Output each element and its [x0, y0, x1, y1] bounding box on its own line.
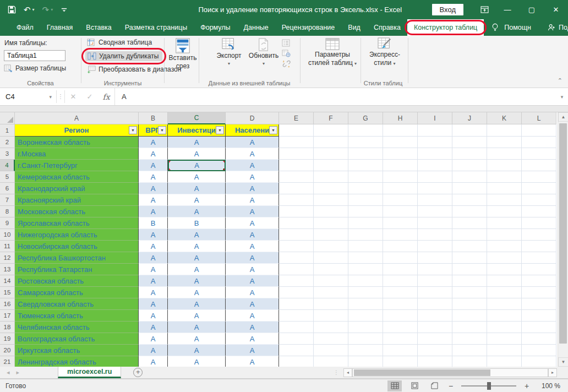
empty-cell[interactable]	[418, 206, 452, 217]
empty-cell[interactable]	[487, 229, 522, 241]
expand-formula-bar-icon[interactable]: ▾	[556, 88, 568, 105]
value-cell[interactable]: А	[226, 252, 279, 264]
value-cell[interactable]: А	[168, 333, 226, 345]
value-cell[interactable]: А	[139, 322, 168, 333]
scroll-left-icon[interactable]: ◂	[343, 368, 352, 377]
empty-cell[interactable]	[314, 160, 348, 171]
column-header-G[interactable]: G	[348, 112, 383, 124]
resize-table-button[interactable]: Размер таблицы	[4, 64, 66, 72]
empty-cell[interactable]	[314, 229, 348, 241]
empty-cell[interactable]	[418, 229, 452, 241]
column-header-F[interactable]: F	[314, 112, 348, 124]
value-cell[interactable]: А	[168, 310, 226, 322]
empty-cell[interactable]	[487, 310, 522, 322]
share-button[interactable]: Поделиться	[548, 24, 568, 31]
empty-cell[interactable]	[487, 137, 522, 148]
next-sheet-icon[interactable]: ▸	[17, 369, 20, 376]
row-number-7[interactable]: 7	[0, 194, 15, 206]
empty-cell[interactable]	[522, 194, 556, 206]
table-header-cell[interactable]: Регион▼	[15, 124, 139, 137]
quick-styles-button[interactable]: Экспресс- стили ▾	[364, 37, 405, 67]
empty-cell[interactable]	[452, 322, 487, 333]
region-cell[interactable]: Челябинская область	[15, 322, 139, 333]
empty-cell[interactable]	[418, 194, 452, 206]
value-cell[interactable]: В	[139, 217, 168, 229]
empty-cell[interactable]	[383, 345, 418, 356]
empty-cell[interactable]	[279, 124, 314, 137]
row-number-9[interactable]: 9	[0, 217, 15, 229]
value-cell[interactable]: А	[226, 322, 279, 333]
empty-cell[interactable]	[452, 183, 487, 194]
table-header-cell[interactable]: Инвестици▼	[168, 124, 226, 137]
filter-button[interactable]: ▼	[158, 126, 166, 134]
empty-cell[interactable]	[522, 333, 556, 345]
empty-cell[interactable]	[487, 183, 522, 194]
empty-cell[interactable]	[279, 252, 314, 264]
empty-cell[interactable]	[522, 183, 556, 194]
empty-cell[interactable]	[487, 206, 522, 217]
value-cell[interactable]: А	[168, 241, 226, 252]
empty-cell[interactable]	[487, 298, 522, 310]
page-layout-view-icon[interactable]	[407, 380, 422, 391]
redo-button[interactable]: ↷▾	[42, 6, 53, 14]
empty-cell[interactable]	[383, 206, 418, 217]
empty-cell[interactable]	[279, 183, 314, 194]
customize-quick-access-icon[interactable]	[61, 6, 68, 13]
empty-cell[interactable]	[522, 124, 556, 137]
empty-cell[interactable]	[314, 252, 348, 264]
row-number-13[interactable]: 13	[0, 264, 15, 275]
value-cell[interactable]: А	[139, 252, 168, 264]
sheet-tab-microexcel[interactable]: microexcel.ru	[58, 367, 121, 378]
empty-cell[interactable]	[314, 137, 348, 148]
value-cell[interactable]: А	[168, 287, 226, 298]
ribbon-tab-7[interactable]: Вид	[341, 19, 367, 36]
empty-cell[interactable]	[383, 310, 418, 322]
value-cell[interactable]: А	[226, 229, 279, 241]
empty-cell[interactable]	[383, 148, 418, 160]
table-header-cell[interactable]: ВРП▼	[139, 124, 168, 137]
value-cell[interactable]: А	[226, 160, 279, 171]
close-button[interactable]: ✕	[544, 0, 568, 19]
region-cell[interactable]: Тюменская область	[15, 310, 139, 322]
row-number-21[interactable]: 21	[0, 356, 15, 367]
value-cell[interactable]: А	[226, 287, 279, 298]
empty-cell[interactable]	[279, 333, 314, 345]
empty-cell[interactable]	[348, 322, 383, 333]
region-cell[interactable]: Свердловская область	[15, 298, 139, 310]
empty-cell[interactable]	[418, 356, 452, 367]
value-cell[interactable]: А	[139, 160, 168, 171]
empty-cell[interactable]	[383, 322, 418, 333]
ribbon-tab-8[interactable]: Справка	[367, 19, 407, 36]
empty-cell[interactable]	[487, 252, 522, 264]
empty-cell[interactable]	[452, 264, 487, 275]
value-cell[interactable]: А	[168, 345, 226, 356]
value-cell[interactable]: А	[226, 206, 279, 217]
value-cell[interactable]: А	[168, 183, 226, 194]
empty-cell[interactable]	[522, 310, 556, 322]
value-cell[interactable]: А	[139, 148, 168, 160]
row-number-19[interactable]: 19	[0, 333, 15, 345]
empty-cell[interactable]	[279, 356, 314, 367]
empty-cell[interactable]	[383, 183, 418, 194]
name-box[interactable]: C4▾	[0, 88, 56, 105]
value-cell[interactable]: В	[168, 217, 226, 229]
empty-cell[interactable]	[348, 194, 383, 206]
ribbon-tab-1[interactable]: Главная	[40, 19, 80, 36]
empty-cell[interactable]	[383, 137, 418, 148]
value-cell[interactable]: А	[226, 356, 279, 367]
empty-cell[interactable]	[487, 148, 522, 160]
column-header-C[interactable]: C	[168, 112, 226, 124]
empty-cell[interactable]	[522, 264, 556, 275]
value-cell[interactable]: А	[226, 148, 279, 160]
row-number-5[interactable]: 5	[0, 171, 15, 183]
empty-cell[interactable]	[348, 264, 383, 275]
value-cell[interactable]: А	[168, 194, 226, 206]
ribbon-tab-3[interactable]: Разметка страницы	[118, 19, 194, 36]
empty-cell[interactable]	[522, 160, 556, 171]
table-style-options-button[interactable]: Параметры стилей таблиц ▾	[306, 37, 359, 67]
ribbon-display-options-icon[interactable]	[473, 0, 495, 19]
empty-cell[interactable]	[314, 194, 348, 206]
empty-cell[interactable]	[452, 345, 487, 356]
empty-cell[interactable]	[383, 275, 418, 287]
prev-sheet-icon[interactable]: ◂	[7, 369, 10, 376]
